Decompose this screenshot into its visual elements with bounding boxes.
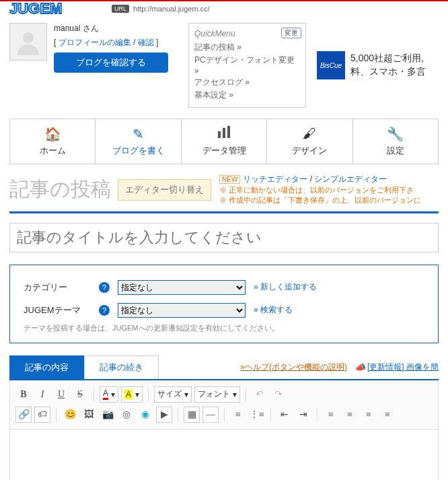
svg-text:JUGEM: JUGEM [9, 1, 62, 16]
nav-design[interactable]: 🖌デザイン [267, 119, 352, 164]
indent-button[interactable]: ⇥ [295, 407, 311, 423]
editor-help-link[interactable]: »ヘルプ(ボタンや機能の説明) [240, 362, 347, 373]
profile-edit-link[interactable]: プロフィールの編集 [59, 38, 131, 47]
editor-tabs: 記事の内容 記事の続き »ヘルプ(ボタンや機能の説明) 📣 [更新情報] 画像を… [9, 355, 439, 380]
redo-button[interactable]: ↷ [270, 386, 287, 403]
tab-content[interactable]: 記事の内容 [9, 355, 84, 379]
edit-icon: ✎ [133, 126, 144, 141]
user-name: manual [54, 24, 80, 33]
nav-settings[interactable]: 🔧設定 [353, 119, 438, 164]
textcolor-button[interactable]: A ▾ [100, 386, 118, 403]
undo-button[interactable]: ↶ [252, 386, 268, 403]
bgcolor-button[interactable]: A ▾ [121, 386, 143, 403]
link-button[interactable]: 🔗 [15, 407, 32, 423]
editor-textarea[interactable] [9, 430, 439, 480]
home-icon: 🏠 [44, 126, 61, 141]
help-icon[interactable]: ? [99, 305, 110, 316]
bold-button[interactable]: B [15, 386, 32, 403]
warning-text-2: ※ 作成中の記事は「下書き保存」の上、以前のバージョンに [219, 195, 439, 205]
page-title: 記事の投稿 [9, 176, 111, 203]
ul-button[interactable]: ⋮≡ [249, 407, 265, 423]
help-icon[interactable]: ? [99, 282, 110, 293]
theme-label: JUGEMテーマ [24, 304, 91, 316]
header: manual さん [ プロフィールの編集 / 確認 ] ブログを確認する Qu… [0, 16, 448, 118]
emoji-button[interactable]: 😊 [62, 407, 78, 423]
quickmenu: QuickMenu 変更 記事の投稿 » PCデザイン・フォント変更 » アクセ… [188, 23, 306, 108]
main-nav: 🏠ホーム ✎ブログを書く データ管理 🖌デザイン 🔧設定 [9, 118, 439, 164]
align-left-button[interactable]: ≡ [323, 407, 339, 423]
ad-image: BisCue [317, 51, 345, 79]
tag-button[interactable]: 🏷 [34, 407, 50, 423]
chart-icon [217, 126, 231, 141]
warning-text-1: ※ 正常に動かない場合は、以前のバージョンをご利用下さ [219, 185, 439, 195]
url-chip: URL [112, 5, 129, 13]
ad-text: 5,000社超ご利用,料、スマホ・多言 [350, 52, 426, 78]
svg-point-1 [23, 32, 34, 43]
brush-icon: 🖌 [303, 126, 316, 141]
post-title-input[interactable] [9, 223, 439, 252]
nav-write[interactable]: ✎ブログを書く [96, 119, 181, 164]
rich-editor-link[interactable]: リッチエディター [243, 174, 307, 184]
quickmenu-item[interactable]: 記事の投稿 » [194, 41, 300, 54]
align-justify-button[interactable]: ≡ [379, 407, 396, 423]
size-select[interactable]: サイズ ▾ [154, 386, 192, 403]
underline-button[interactable]: U [53, 386, 69, 403]
svg-rect-4 [227, 126, 230, 138]
youtube-button[interactable]: ▶ [156, 407, 172, 423]
simple-editor-link[interactable]: シンプルエディター [314, 174, 387, 184]
url-text: http://manual.jugem.cc/ [133, 5, 210, 13]
wrench-icon: 🔧 [387, 126, 404, 141]
align-right-button[interactable]: ≡ [361, 407, 377, 423]
editor-switch-button[interactable]: エディター切り替え [118, 179, 211, 201]
update-info-link[interactable]: [更新情報] 画像を簡 [367, 362, 439, 373]
theme-select[interactable]: 指定なし [118, 303, 246, 318]
quickmenu-item[interactable]: アクセスログ » [194, 76, 300, 89]
strike-button[interactable]: S [72, 386, 88, 403]
search-theme-link[interactable]: » 検索する [254, 304, 293, 316]
outdent-button[interactable]: ⇤ [276, 407, 293, 423]
nav-home[interactable]: 🏠ホーム [10, 119, 96, 164]
theme-note: テーマを投稿する場合は、JUGEMへの更新通知設定を有効にしてください。 [24, 323, 424, 333]
add-category-link[interactable]: » 新しく追加する [254, 281, 317, 293]
ol-button[interactable]: ≡ [230, 407, 246, 423]
category-label: カテゴリー [24, 281, 91, 294]
profile-confirm-link[interactable]: 確認 [138, 38, 154, 47]
user-box: manual さん [ プロフィールの編集 / 確認 ] ブログを確認する [54, 23, 182, 108]
tab-continued[interactable]: 記事の続き [84, 355, 159, 379]
instagram-button[interactable]: ◎ [118, 407, 135, 423]
table-button[interactable]: ▦ [184, 407, 200, 423]
meta-box: カテゴリー ? 指定なし » 新しく追加する JUGEMテーマ ? 指定なし »… [9, 265, 439, 343]
svg-rect-3 [223, 128, 225, 138]
new-badge: NEW [219, 175, 240, 184]
font-select[interactable]: フォント ▾ [194, 386, 240, 403]
image-button[interactable]: 🖼 [81, 407, 97, 423]
photo-button[interactable]: 📷 [100, 407, 116, 423]
align-center-button[interactable]: ≡ [342, 407, 358, 423]
editor-toolbar: B I U S A ▾ A ▾ サイズ ▾ フォント ▾ ↶ ↷ 🔗 🏷 😊 🖼… [9, 380, 439, 430]
category-select[interactable]: 指定なし [118, 280, 246, 295]
avatar[interactable] [9, 23, 47, 61]
hr-button[interactable]: — [202, 407, 219, 423]
check-blog-button[interactable]: ブログを確認する [54, 53, 168, 73]
site-logo[interactable]: JUGEM [9, 1, 104, 16]
quickmenu-change-button[interactable]: 変更 [281, 28, 301, 38]
svg-rect-2 [218, 131, 221, 138]
topbar: JUGEM URL http://manual.jugem.cc/ [0, 0, 448, 16]
ad-box[interactable]: BisCue 5,000社超ご利用,料、スマホ・多言 [317, 23, 426, 108]
megaphone-icon: 📣 [355, 362, 366, 372]
map-button[interactable]: ◉ [137, 407, 153, 423]
quickmenu-item[interactable]: 基本設定 » [194, 89, 300, 102]
nav-data[interactable]: データ管理 [182, 119, 267, 164]
title-bar: 記事の投稿 エディター切り替え NEWリッチエディター / シンプルエディター … [0, 164, 448, 211]
quickmenu-item[interactable]: PCデザイン・フォント変更 » [194, 54, 300, 76]
content-frame: カテゴリー ? 指定なし » 新しく追加する JUGEMテーマ ? 指定なし »… [9, 211, 439, 480]
italic-button[interactable]: I [34, 386, 50, 403]
